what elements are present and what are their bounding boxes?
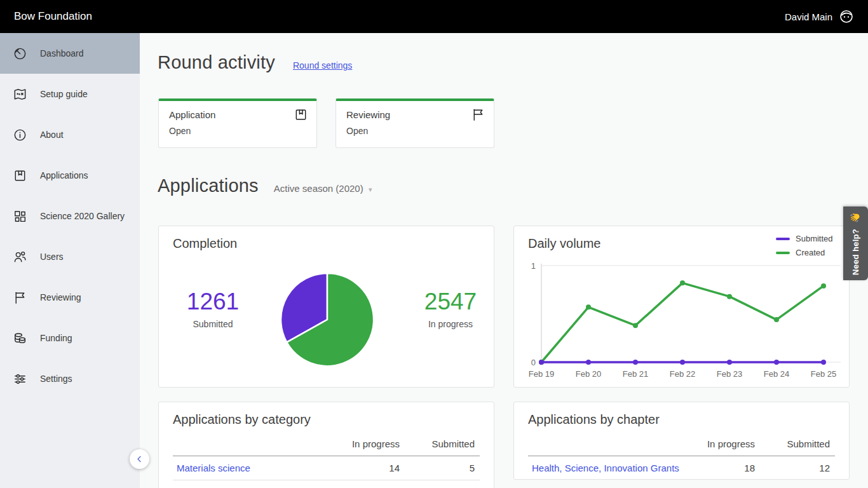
caret-down-icon: ▾ [369,186,372,193]
sidebar-item-label: About [40,130,64,140]
svg-text:Feb 24: Feb 24 [764,369,789,379]
need-help-label: Need help? [851,229,860,275]
chapter-table: In progress Submitted Health, Science, I… [528,431,835,480]
legend-swatch-submitted [776,238,790,240]
submitted-label: Submitted [165,319,261,329]
bookmark-icon [13,168,27,183]
stage-name: Application [169,109,306,120]
chapter-col-header [528,431,685,456]
map-icon [13,87,27,102]
table-row: Materials science 14 5 [173,456,480,480]
svg-text:Feb 23: Feb 23 [717,369,742,379]
in-progress-stat: 2547 In progress [403,288,498,329]
user-menu[interactable]: David Main [785,9,854,24]
svg-text:Feb 20: Feb 20 [576,369,601,379]
in-progress-count: 2547 [403,288,498,315]
svg-text:Feb 19: Feb 19 [529,369,554,379]
season-filter-value: Active season (2020) [274,183,363,194]
sidebar-collapse-button[interactable] [130,449,149,469]
category-link-materials-science[interactable]: Materials science [177,463,250,473]
cell-in-progress: 14 [330,456,405,480]
waving-hand-icon: 👋 [850,212,861,222]
stage-status: Open [346,126,484,136]
cell-in-progress: 2 [330,480,405,488]
applications-by-category-card: Applications by category In progress Sub… [158,402,494,488]
table-row: Robotics 2 4 [173,480,480,488]
legend-label: Created [796,248,836,257]
sidebar-item-about[interactable]: About [0,114,140,155]
stage-card-reviewing[interactable]: Reviewing Open [336,98,494,148]
user-name: David Main [785,11,832,22]
sidebar-item-funding[interactable]: Funding [0,318,140,358]
applications-heading: Applications [158,175,259,196]
submitted-col-header: Submitted [760,431,835,456]
users-icon [13,250,27,264]
sidebar-item-label: Dashboard [40,48,84,58]
need-help-tab[interactable]: Need help? 👋 [843,207,868,280]
dashboard-icon [13,46,27,61]
legend-label: Submitted [796,234,836,243]
sidebar-item-reviewing[interactable]: Reviewing [0,277,140,318]
grid-icon [13,209,27,224]
submitted-col-header: Submitted [405,431,480,456]
chart-legend: Submitted Created [776,234,836,257]
stage-status: Open [169,126,306,136]
category-col-header [173,431,330,456]
in-progress-label: In progress [403,319,498,329]
svg-text:Feb 25: Feb 25 [811,369,836,379]
avatar-icon [839,9,854,24]
table-row: Health, Science, Innovation Grants 18 12 [528,456,835,480]
completion-pie-chart [273,266,381,374]
cell-in-progress: 18 [685,456,760,480]
chapter-link-health-science-innovation[interactable]: Health, Science, Innovation Grants [532,463,679,473]
submitted-count: 1261 [165,288,261,315]
applications-by-chapter-card: Applications by chapter In progress Subm… [513,402,850,480]
svg-text:Feb 22: Feb 22 [670,369,695,379]
sidebar-item-label: Funding [40,333,72,343]
sidebar-item-science-2020-gallery[interactable]: Science 2020 Gallery [0,196,140,236]
category-table: In progress Submitted Materials science … [173,431,480,488]
submitted-stat: 1261 Submitted [165,288,261,329]
legend-item-created: Created [776,248,836,257]
chevron-left-icon [134,454,145,464]
sidebar-item-label: Setup guide [40,89,88,99]
brand-title: Bow Foundation [14,10,92,23]
category-table-title: Applications by category [159,412,494,427]
main-content: Round activity Round settings Applicatio… [140,33,868,488]
completion-title: Completion [173,236,480,251]
sidebar-item-label: Reviewing [40,292,81,302]
round-activity-heading: Round activity [158,52,275,73]
sidebar-item-setup-guide[interactable]: Setup guide [0,74,140,114]
coins-icon [13,331,27,346]
sidebar-item-users[interactable]: Users [0,236,140,277]
daily-volume-card: Daily volume Submitted Created 01Feb 19F… [513,226,850,388]
svg-text:0: 0 [531,358,536,367]
flag-icon [13,290,27,305]
completion-card: Completion 1261 Submitted 2547 In progre… [158,226,494,388]
sidebar-item-label: Science 2020 Gallery [40,211,125,221]
stage-card-application[interactable]: Application Open [158,98,317,148]
stage-name: Reviewing [346,109,484,120]
sidebar-item-applications[interactable]: Applications [0,155,140,196]
sidebar: Dashboard Setup guide About Applications… [0,33,140,488]
season-filter-dropdown[interactable]: Active season (2020) ▾ [274,183,372,194]
legend-item-submitted: Submitted [776,234,836,243]
cell-submitted: 4 [405,480,480,488]
cell-submitted: 12 [760,456,835,480]
sidebar-item-settings[interactable]: Settings [0,358,140,399]
in-progress-col-header: In progress [330,431,405,456]
sidebar-item-dashboard[interactable]: Dashboard [0,33,140,74]
top-bar: Bow Foundation David Main [0,0,868,33]
svg-text:1: 1 [531,261,536,271]
daily-volume-line-chart: 01Feb 19Feb 20Feb 21Feb 22Feb 23Feb 24Fe… [514,259,849,386]
svg-text:Feb 21: Feb 21 [623,369,648,379]
round-settings-link[interactable]: Round settings [293,60,352,71]
cell-submitted: 5 [405,456,480,480]
flag-icon [471,107,485,122]
sidebar-item-label: Users [40,252,64,262]
sidebar-item-label: Applications [40,170,88,180]
legend-swatch-created [776,252,790,254]
chapter-table-title: Applications by chapter [514,412,849,427]
sidebar-item-label: Settings [40,374,72,384]
info-icon [13,128,27,142]
